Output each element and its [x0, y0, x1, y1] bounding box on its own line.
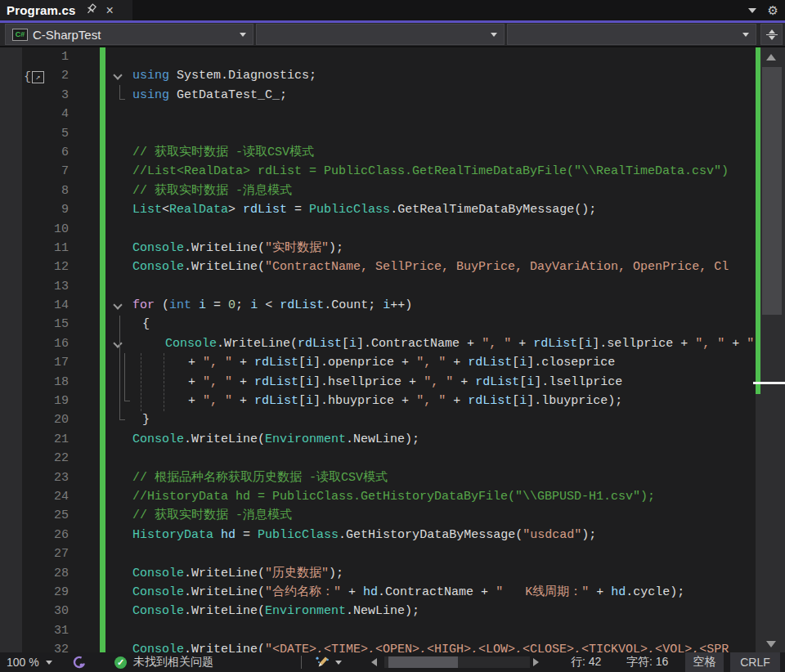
line-number: 3 [0, 86, 82, 105]
outlining-margin [109, 239, 129, 258]
outlining-margin [109, 143, 129, 162]
line-number: 4 [0, 105, 82, 123]
code-text: using System.Diagnostics; [129, 66, 754, 85]
line-number: 30 [0, 602, 82, 620]
code-text: Console.WriteLine("ContractName, SellPri… [129, 258, 754, 276]
code-line: 27 [0, 544, 754, 563]
code-text: // 获取实时数据 -读取CSV模式 [129, 143, 754, 162]
tab-program-cs[interactable]: Program.cs × [0, 0, 132, 20]
close-icon[interactable]: × [106, 4, 114, 17]
eol-indicator[interactable]: CRLF [730, 652, 780, 672]
line-number: 12 [0, 258, 82, 276]
code-line: 14for (int i = 0; i < rdList.Count; i++) [0, 296, 754, 315]
outlining-margin [109, 564, 129, 583]
outlining-margin [109, 66, 129, 85]
statusbar-divider [301, 656, 302, 669]
split-down-icon [769, 36, 775, 40]
chevron-down-icon [240, 33, 246, 37]
code-line: 26HistoryData hd = PublicClass.GetHistor… [0, 526, 754, 544]
split-up-icon [769, 29, 775, 34]
char-indicator[interactable]: 字符: 16 [626, 652, 668, 672]
line-number: 32 [0, 640, 82, 652]
code-line: 13 [0, 277, 754, 296]
collapse-chevron-icon[interactable] [113, 71, 122, 80]
line-number: 10 [0, 220, 82, 239]
line-number: 21 [0, 430, 82, 449]
chevron-down-icon [46, 661, 52, 665]
vertical-scrollbar-thumb[interactable] [762, 67, 782, 315]
code-line: 22 [0, 449, 754, 468]
horizontal-scrollbar-thumb[interactable] [388, 656, 458, 668]
code-text: // 根据品种名称获取历史数据 -读取CSV模式 [129, 468, 754, 487]
vs-editor-window: Program.cs × ⚙ C# C-SharpTest [0, 0, 785, 672]
line-number: 9 [0, 200, 82, 219]
issues-status-text[interactable]: 未找到相关问题 [133, 652, 213, 672]
horizontal-scrollbar[interactable] [384, 656, 530, 668]
code-text: + ", " + rdList[i].hbuyprice + ", " + rd… [129, 392, 754, 410]
whitespace-mode-indicator[interactable]: 空格 [685, 652, 724, 672]
outlining-margin [109, 124, 129, 143]
code-text: HistoryData hd = PublicClass.GetHistoryD… [129, 526, 754, 544]
code-text: //HistoryData hd = PublicClass.GetHistor… [129, 487, 754, 506]
code-line: 21Console.WriteLine(Environment.NewLine)… [0, 430, 754, 449]
collapse-chevron-icon[interactable] [113, 300, 122, 309]
code-text: + ", " + rdList[i].openprice + ", " + rd… [129, 353, 754, 372]
outlining-margin [109, 583, 129, 602]
code-text: Console.WriteLine(Environment.NewLine); [129, 430, 754, 449]
code-line: 5 [0, 124, 754, 143]
outlining-margin [109, 200, 129, 219]
code-line: 30Console.WriteLine(Environment.NewLine)… [0, 602, 754, 620]
code-text: { [129, 315, 754, 334]
code-cleanup-button[interactable] [314, 652, 342, 672]
code-text: Console.WriteLine("实时数据"); [129, 239, 754, 258]
code-line: 15{ [0, 315, 754, 334]
line-number: 26 [0, 526, 82, 544]
code-line: 31 [0, 621, 754, 640]
member-dropdown[interactable] [507, 24, 756, 45]
tab-title: Program.cs [7, 3, 76, 17]
code-line: 17+ ", " + rdList[i].openprice + ", " + … [0, 353, 754, 372]
code-text [129, 277, 754, 296]
code-text: } [129, 410, 754, 429]
line-number: 14 [0, 296, 82, 315]
outlining-margin [109, 181, 129, 200]
hscroll-left-arrow[interactable] [371, 652, 377, 672]
code-line: 23// 根据品种名称获取历史数据 -读取CSV模式 [0, 468, 754, 487]
outlining-margin [109, 621, 129, 640]
scrollbar-caret-marker [753, 382, 785, 384]
scroll-up-arrow[interactable] [766, 54, 776, 60]
line-indicator[interactable]: 行: 42 [571, 652, 601, 672]
line-number: 23 [0, 468, 82, 487]
split-window-button[interactable] [760, 24, 783, 45]
code-lines: 12using System.Diagnostics;3using GetDat… [0, 47, 754, 652]
code-line: 7//List<RealData> rdList = PublicClass.G… [0, 162, 754, 181]
scroll-down-arrow[interactable] [766, 641, 776, 647]
type-dropdown[interactable] [256, 24, 505, 45]
code-line: 19+ ", " + rdList[i].hbuyprice + ", " + … [0, 392, 754, 410]
code-text: Console.WriteLine(Environment.NewLine); [129, 602, 754, 620]
pin-icon[interactable] [86, 3, 96, 18]
outline-guide-using [119, 85, 125, 100]
line-number: 7 [0, 162, 82, 181]
indent-guide [164, 353, 164, 411]
csharp-icon: C# [12, 29, 28, 41]
line-number: 20 [0, 410, 82, 429]
project-dropdown[interactable]: C# C-SharpTest [5, 24, 253, 45]
zoom-control[interactable]: 100 % [7, 652, 52, 672]
code-text [129, 220, 754, 239]
zoom-level: 100 % [7, 656, 39, 669]
editor-status-bar: 100 % ✓ 未找到相关问题 行: 42 字符: 16 空格 CRLF [0, 652, 785, 672]
hscroll-right-arrow[interactable] [533, 652, 539, 672]
vertical-scrollbar[interactable] [756, 47, 785, 652]
code-line: 2using System.Diagnostics; [0, 66, 754, 85]
line-number: 2 [0, 66, 82, 85]
outlining-margin [109, 296, 129, 315]
copilot-status-icon[interactable] [72, 652, 87, 672]
gear-icon[interactable]: ⚙ [768, 4, 778, 16]
line-number: 5 [0, 124, 82, 143]
outlining-margin [109, 544, 129, 563]
code-editor[interactable]: { ↗ 12using System.Diagnostics;3using Ge… [0, 47, 785, 652]
chevron-down-icon [742, 33, 749, 37]
chevron-down-icon[interactable] [748, 8, 756, 13]
outlining-margin [109, 277, 129, 296]
